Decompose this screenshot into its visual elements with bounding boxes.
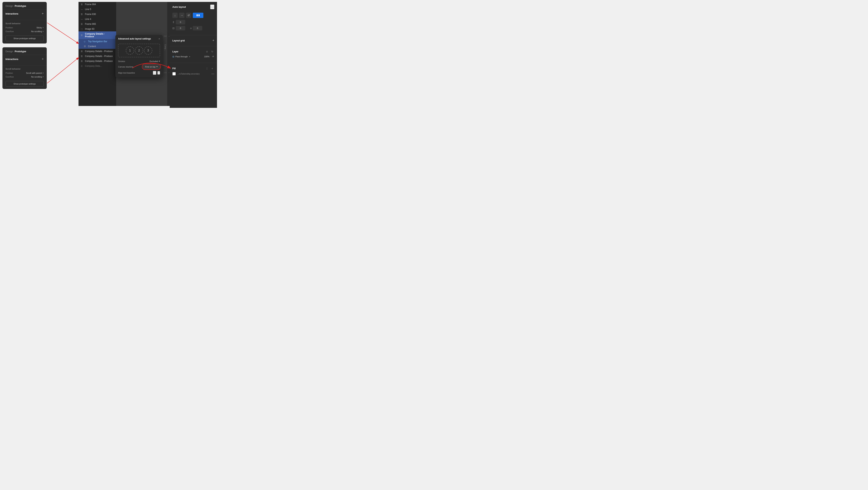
scroll-behavior-label-bottom: Scroll behavior [5,68,44,70]
circle-label-2: 2 [138,49,140,52]
interactions-title-top: Interactions [5,12,18,15]
overflow-row-top: Overflow No scrolling ▾ [5,30,44,33]
layer-label-frame865: Frame 865 [85,23,96,25]
panel-header-top: Design Prototype [2,2,47,9]
tab-design-bottom[interactable]: Design [5,50,13,53]
overflow-value-bottom[interactable]: No scrolling ▾ [31,76,44,78]
tab-prototype-top[interactable]: Prototype [14,4,26,7]
scroll-behavior-section-top: Scroll behavior Position Sticky ▾ Overfl… [2,20,47,43]
layer-item-company2[interactable]: ☰ Company Details - Produce [79,54,116,59]
overflow-chevron-top: ▾ [43,30,44,32]
layer-item-top-nav[interactable]: ◇ Top Navigation Bar [79,39,116,44]
baseline-check-btn[interactable]: ✓ [157,71,160,74]
line-icon: — [81,8,84,10]
modal-body: 1 2 3 Strokes Excluded ▾ Canvas stacking… [115,42,163,78]
position-row-top: Position Sticky ▾ [5,27,44,29]
layer-item-line4[interactable]: — Line 4 [79,17,116,22]
al-right-btn[interactable]: → [179,13,184,18]
circle-label-1: 1 [129,49,131,52]
al-active-icon [196,13,200,17]
layer-icon-btn2[interactable]: ↻ [210,50,214,54]
interactions-title-bottom: Interactions [5,58,18,61]
list-icon2: ☰ [81,55,84,58]
layer-label-company3: Company Details - Produce [85,60,113,62]
add-interaction-btn-top[interactable]: + [42,12,44,16]
show-prototype-btn-top[interactable]: Show prototype settings [5,36,44,41]
add-interaction-btn-bottom[interactable]: + [42,57,44,61]
svg-rect-6 [198,14,199,16]
fill-controls: ⋮ + [205,66,214,70]
layer-item-company4[interactable]: ☰ Company Deta... [79,64,116,68]
interactions-header-top: Interactions + [5,12,44,16]
layer-label-company1: Company Details - Produce [85,50,113,53]
show-prototype-btn-bottom[interactable]: Show prototype settings [5,81,44,87]
strokes-row: Strokes Excluded ▾ [118,60,160,62]
tab-design-top[interactable]: Design [5,4,13,7]
layer-item-frame830[interactable]: ☰ Frame 830 [79,12,116,17]
modal-header: Advanced auto layout settings × [115,35,163,42]
layer-item-content[interactable]: ⦿ Content [79,44,116,49]
layer-label-company4: Company Deta... [85,65,102,67]
al-down-btn[interactable]: ↓ [172,13,178,18]
layer-item-frame864[interactable]: ☰ Frame 864 [79,2,116,7]
position-value-top[interactable]: Sticky ▾ [36,27,44,29]
baseline-controls: — ✓ [153,71,160,75]
overflow-text-bottom: No scrolling [31,76,42,78]
fill-swatch[interactable] [172,72,176,75]
al-active-btn[interactable] [193,13,204,18]
tab-prototype-bottom[interactable]: Prototype [14,50,26,53]
al-padding-input[interactable] [176,26,185,30]
overflow-value-top[interactable]: No scrolling ▾ [31,30,44,33]
layer-item-company1[interactable]: ☰ Company Details - Produce [79,49,116,54]
circles-diagram: 1 2 3 [118,44,160,57]
al-padding-icon2: ⊟ [190,27,192,29]
auto-layout-minus-btn[interactable]: — [210,4,214,9]
scroll-behavior-label-top: Scroll behavior [5,22,44,25]
layer-item-company-details-selected[interactable]: ☰ Company Details - Produce [79,31,116,39]
pass-through-label[interactable]: Pass through [175,55,188,58]
layer-item-line5[interactable]: — Line 5 [79,7,116,12]
position-value-bottom[interactable]: Scroll with parent ▾ [26,72,44,74]
left-panel-top: Design Prototype Interactions + Scroll b… [2,2,47,43]
modal-close-btn[interactable]: × [159,37,160,40]
frame-icon2: ☰ [81,13,84,16]
first-on-top-btn[interactable]: First on top ▾ [143,64,160,69]
overflow-label-top: Overflow [5,30,13,33]
diamond-icon: ◇ [84,40,87,43]
strokes-excluded[interactable]: Excluded ▾ [150,60,160,62]
list-icon3: ☰ [81,60,84,62]
al-padding-input2[interactable] [193,26,202,30]
baseline-dash-btn[interactable]: — [153,71,156,75]
al-wrap-btn[interactable]: ↺ [186,13,191,18]
first-on-top-label: First on top [145,66,156,68]
right-divider3 [170,63,217,63]
align-baseline-label: Align text baseline [118,72,135,74]
right-divider2 [170,46,217,46]
layer-label-frame830: Frame 830 [85,13,96,16]
layer-label-content: Content [88,45,96,48]
layer-item-company3[interactable]: ☰ Company Details - Produce [79,59,116,64]
layout-grid-add-btn[interactable]: + [212,39,214,42]
frame-icon: ☰ [81,3,84,6]
fill-section: Fill ⋮ + ...rs/Tailwind/bg-secondary — [170,64,217,78]
layer-item-image83[interactable]: ⬚ Image 83 [79,27,116,31]
al-direction-row: ↓ → ↺ [172,13,214,18]
layer-item-frame865[interactable]: ☰ Frame 865 [79,22,116,27]
fill-dots-btn[interactable]: ⋮ [205,66,209,70]
pass-through-row: ◎ Pass through ▾ 100% 👁 [172,55,214,58]
panel-header-bottom: Design Prototype [2,47,47,55]
fill-minus-btn[interactable]: — [211,72,214,75]
opacity-value: 100% [204,55,210,58]
al-spacing-input[interactable] [176,20,185,24]
layer-label-top-nav: Top Navigation Bar [88,40,107,43]
eye-icon[interactable]: 👁 [212,55,214,58]
position-row-bottom: Position Scroll with parent ▾ [5,72,44,74]
layer-icon-btn1[interactable]: ⊙ [205,50,209,54]
image-icon: ⬚ [81,28,84,30]
position-chevron-bottom: ▾ [43,72,44,74]
fill-add-btn[interactable]: + [210,66,214,70]
strokes-label: Strokes [118,60,125,62]
canvas-ruler: -250 -250 [167,2,170,106]
al-spacing-icon: ⇕ [172,21,175,24]
interactions-header-bottom: Interactions + [5,57,44,61]
